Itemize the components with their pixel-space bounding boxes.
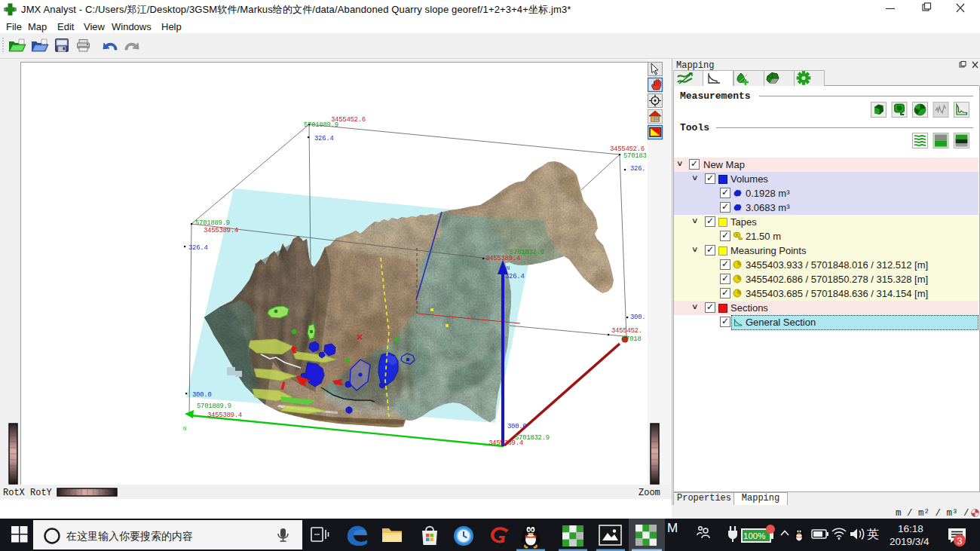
svg-text:300.: 300. <box>630 314 645 321</box>
svg-text:M: M <box>667 521 678 535</box>
svg-text:570183: 570183 <box>623 152 647 160</box>
svg-text:5701832.9: 5701832.9 <box>510 249 544 256</box>
svg-text:100%: 100% <box>743 531 765 540</box>
svg-text:326.: 326. <box>630 165 645 173</box>
svg-text:3455452.: 3455452. <box>611 327 642 335</box>
svg-text:英: 英 <box>867 528 879 540</box>
svg-text:5701889.9: 5701889.9 <box>304 121 338 129</box>
svg-text:3: 3 <box>957 536 963 546</box>
svg-text:N: N <box>507 265 510 271</box>
svg-text:在这里输入你要搜索的内容: 在这里输入你要搜索的内容 <box>66 530 193 542</box>
svg-text:16:18: 16:18 <box>898 523 923 534</box>
svg-text:326.4: 326.4 <box>188 244 208 252</box>
svg-text:300.0: 300.0 <box>192 391 212 399</box>
svg-text:3455389.4: 3455389.4 <box>204 227 238 234</box>
svg-text:2019/3/4: 2019/3/4 <box>890 536 929 547</box>
svg-text:326.4: 326.4 <box>505 273 525 280</box>
svg-text:5701889.9: 5701889.9 <box>195 219 230 227</box>
svg-text:326.4: 326.4 <box>314 135 334 142</box>
svg-text:57018: 57018 <box>622 335 642 343</box>
